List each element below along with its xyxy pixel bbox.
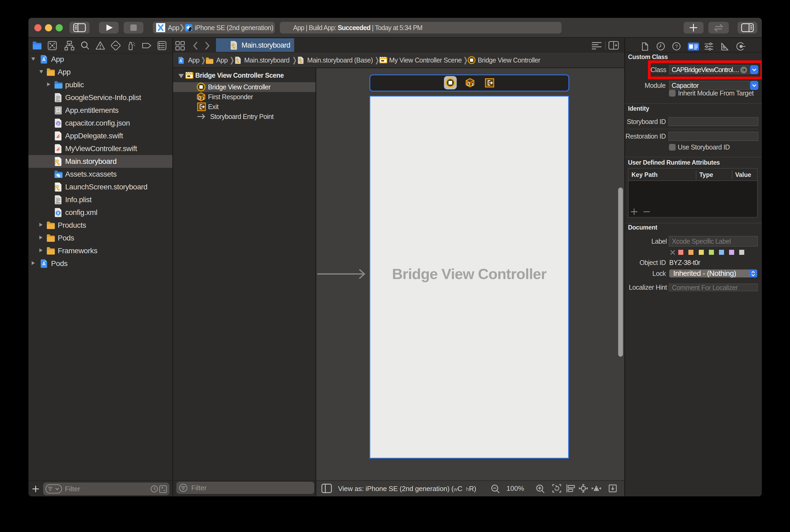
svg-text:B: B	[57, 121, 59, 126]
svg-text:1: 1	[203, 96, 205, 100]
svg-text:?: ?	[675, 44, 678, 49]
svg-text:1: 1	[471, 82, 474, 87]
